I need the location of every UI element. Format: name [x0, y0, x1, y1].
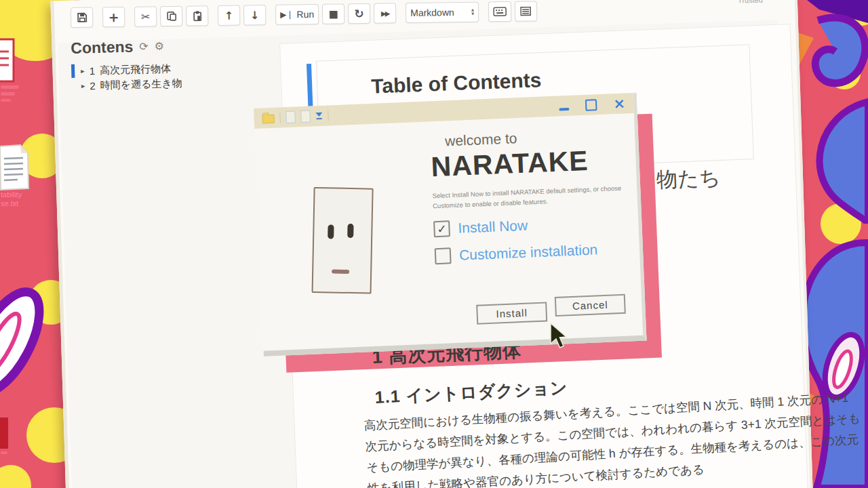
option-label[interactable]: Install Now: [458, 218, 528, 237]
selection-bar: [71, 64, 75, 78]
command-palette-button[interactable]: [515, 1, 537, 21]
select-arrows-icon: ▴▾: [471, 8, 474, 16]
cut-button[interactable]: ✂: [134, 6, 157, 26]
item-index: 1: [90, 65, 96, 77]
chevron-right-icon[interactable]: ▸: [81, 81, 85, 90]
item-label: 高次元飛行物体: [100, 62, 171, 77]
add-cell-button[interactable]: +: [102, 7, 125, 27]
maximize-button[interactable]: [585, 99, 597, 111]
install-button[interactable]: Install: [476, 302, 547, 325]
option-label[interactable]: Customize installation: [459, 241, 598, 263]
stop-button[interactable]: ■: [322, 3, 344, 24]
stop-icon: ■: [328, 7, 338, 20]
partial-icon: [0, 418, 8, 449]
move-down-button[interactable]: ↓: [243, 5, 266, 25]
gear-icon[interactable]: ⚙: [154, 39, 164, 52]
list-icon: [521, 7, 532, 16]
save-icon: [77, 12, 87, 23]
scene: tability se.txt Trusted: [0, 0, 868, 488]
checkbox-checked[interactable]: ✓: [433, 220, 450, 237]
copy-button[interactable]: [160, 6, 182, 26]
contents-sidebar: Contens ⟳ ⚙ ▸ 1 高次元飛行物体 ▸ 2 時間を遡る生き物: [71, 34, 282, 94]
keyboard-button[interactable]: [488, 1, 511, 22]
partial-heading: 物たち: [656, 163, 721, 195]
arrow-down-icon: ↓: [250, 9, 260, 22]
chevron-right-icon[interactable]: ▸: [81, 66, 85, 75]
checkbox-unchecked[interactable]: [435, 247, 452, 264]
folder-icon[interactable]: [262, 114, 275, 123]
product-name: NARATAKE: [431, 143, 635, 183]
document-icon[interactable]: [285, 110, 296, 123]
divider: [328, 110, 329, 121]
mascot-mouth: [332, 269, 349, 274]
fast-forward-button[interactable]: ▶▶: [374, 3, 396, 23]
file-icon-2: [0, 145, 28, 190]
run-label: Run: [296, 9, 314, 20]
minimize-button[interactable]: [559, 108, 570, 111]
file-label: tability se.txt: [1, 190, 22, 208]
item-label: 時間を遡る生き物: [100, 77, 182, 92]
divider: [279, 112, 281, 123]
mascot-eye: [328, 224, 334, 239]
keyboard-icon: [493, 7, 507, 16]
item-index: 2: [90, 80, 96, 92]
trusted-badge: Trusted: [738, 0, 763, 4]
filter-icon[interactable]: [315, 113, 322, 119]
install-now-option[interactable]: ✓ Install Now: [433, 212, 637, 238]
mascot-eye: [347, 224, 353, 238]
save-button[interactable]: [71, 7, 93, 28]
move-up-button[interactable]: ↑: [218, 5, 240, 26]
paste-button[interactable]: [186, 5, 208, 26]
close-button[interactable]: ×: [613, 97, 625, 111]
copy-icon: [166, 11, 177, 22]
cell-type-value: Markdown: [410, 7, 454, 18]
scissors-icon: ✂: [141, 10, 151, 23]
mouse-cursor: [549, 323, 570, 351]
document-icon[interactable]: [300, 110, 311, 123]
arrow-up-icon: ↑: [224, 9, 234, 22]
restart-kernel-button[interactable]: ↻: [348, 3, 370, 24]
fast-forward-icon: ▶▶: [381, 9, 389, 17]
restart-icon: ↻: [354, 7, 364, 20]
plus-icon: +: [108, 9, 119, 24]
cell-type-select[interactable]: Markdown ▴▾: [406, 2, 479, 24]
installer-dialog: × welcome to NARATAKE Select Install Now…: [254, 93, 647, 357]
refresh-icon[interactable]: ⟳: [139, 40, 149, 53]
sidebar-title: Contens: [71, 38, 134, 58]
dialog-description: Select Install Now to install NARATAKE d…: [432, 182, 636, 211]
naratake-mascot: [312, 187, 374, 294]
customize-option[interactable]: Customize installation: [435, 239, 639, 265]
paste-icon: [192, 10, 203, 21]
step-forward-icon: ▶❘: [280, 9, 293, 19]
run-button[interactable]: ▶❘ Run: [275, 4, 319, 25]
cancel-button[interactable]: Cancel: [555, 294, 626, 317]
